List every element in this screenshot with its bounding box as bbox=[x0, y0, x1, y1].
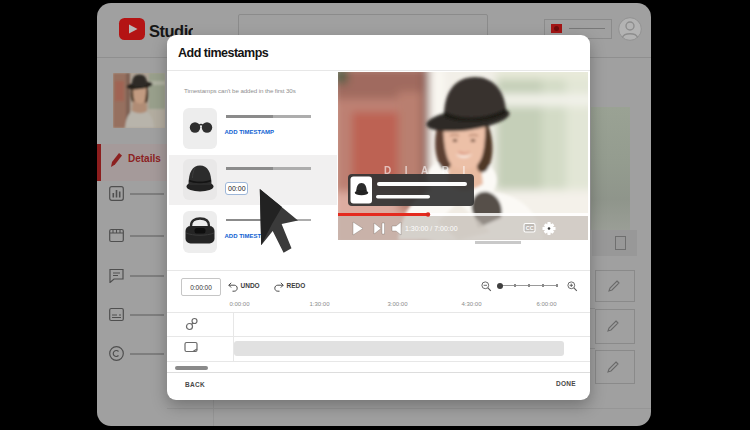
svg-text:CC: CC bbox=[526, 225, 534, 231]
svg-text:1:30:00 / 7:00:00: 1:30:00 / 7:00:00 bbox=[405, 225, 458, 232]
